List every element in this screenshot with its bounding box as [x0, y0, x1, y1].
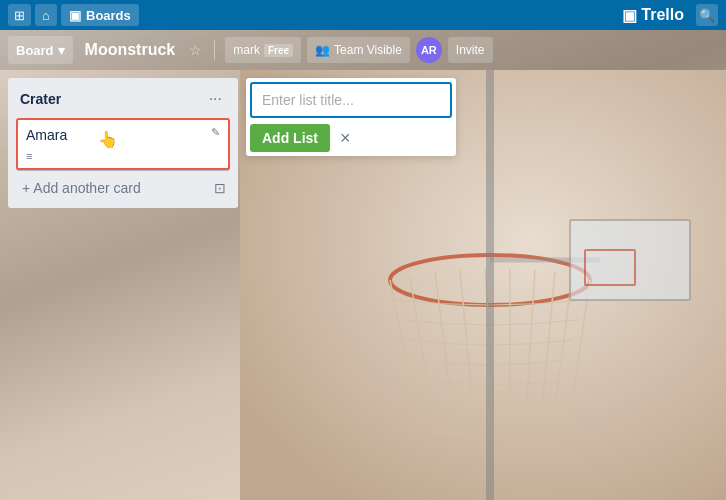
- boards-icon: ▣: [69, 8, 81, 23]
- list-menu-icon: ···: [209, 90, 222, 107]
- list-column: Crater ··· Amara ✎ ≡ 👆 + Add another ca: [8, 78, 238, 208]
- invite-label: Invite: [456, 43, 485, 57]
- invite-button[interactable]: Invite: [448, 37, 493, 63]
- card-actions: ✎: [207, 124, 224, 141]
- star-button[interactable]: ☆: [187, 40, 204, 60]
- add-list-submit-button[interactable]: Add List: [250, 124, 330, 152]
- trello-icon: ▣: [622, 6, 637, 25]
- add-list-form: Add List ×: [246, 78, 456, 156]
- edit-icon: ✎: [211, 126, 220, 138]
- description-icon: ≡: [26, 150, 32, 162]
- add-list-actions: Add List ×: [250, 124, 452, 152]
- add-card-label: + Add another card: [22, 180, 141, 196]
- list-menu-button[interactable]: ···: [205, 88, 226, 110]
- template-icon: ⊡: [214, 180, 226, 196]
- mark-label: mark: [233, 43, 260, 57]
- add-card-button[interactable]: + Add another card: [16, 176, 210, 200]
- add-list-input[interactable]: [250, 82, 452, 118]
- add-card-row: + Add another card ⊡: [16, 176, 230, 200]
- team-visible-button[interactable]: 👥 Team Visible: [307, 37, 410, 63]
- close-icon: ×: [340, 128, 351, 148]
- board-dropdown-icon: ▾: [58, 43, 65, 58]
- team-label: Team Visible: [334, 43, 402, 57]
- board-header: Board ▾ Moonstruck ☆ mark Free 👥 Team Vi…: [0, 30, 726, 70]
- card-icons: ≡: [26, 150, 220, 162]
- home-icon-btn[interactable]: ⌂: [35, 4, 57, 26]
- mark-button[interactable]: mark Free: [225, 37, 301, 63]
- card-edit-button[interactable]: ✎: [207, 124, 224, 141]
- board-content: Crater ··· Amara ✎ ≡ 👆 + Add another ca: [0, 70, 726, 500]
- board-label: Board: [16, 43, 54, 58]
- avatar-label: AR: [421, 44, 437, 56]
- header-divider: [214, 40, 215, 60]
- trello-logo: ▣ Trello: [622, 6, 684, 25]
- boards-label: Boards: [86, 8, 131, 23]
- list-title: Crater: [20, 91, 205, 107]
- boards-button[interactable]: ▣ Boards: [61, 4, 139, 26]
- add-list-close-button[interactable]: ×: [334, 126, 357, 151]
- team-icon: 👥: [315, 43, 330, 57]
- card-title: Amara: [26, 126, 220, 146]
- home-button[interactable]: ⊞: [8, 4, 31, 26]
- template-button[interactable]: ⊡: [210, 178, 230, 198]
- top-navbar: ⊞ ⌂ ▣ Boards ▣ Trello 🔍: [0, 0, 726, 30]
- star-icon: ☆: [189, 42, 202, 58]
- board-title: Moonstruck: [79, 37, 182, 63]
- search-button[interactable]: 🔍: [696, 4, 718, 26]
- trello-wordmark: Trello: [641, 6, 684, 24]
- board-menu-button[interactable]: Board ▾: [8, 36, 73, 64]
- free-badge: Free: [264, 44, 293, 57]
- list-header: Crater ···: [16, 86, 230, 112]
- add-list-label: Add List: [262, 130, 318, 146]
- card[interactable]: Amara ✎ ≡ 👆: [16, 118, 230, 170]
- avatar-button[interactable]: AR: [416, 37, 442, 63]
